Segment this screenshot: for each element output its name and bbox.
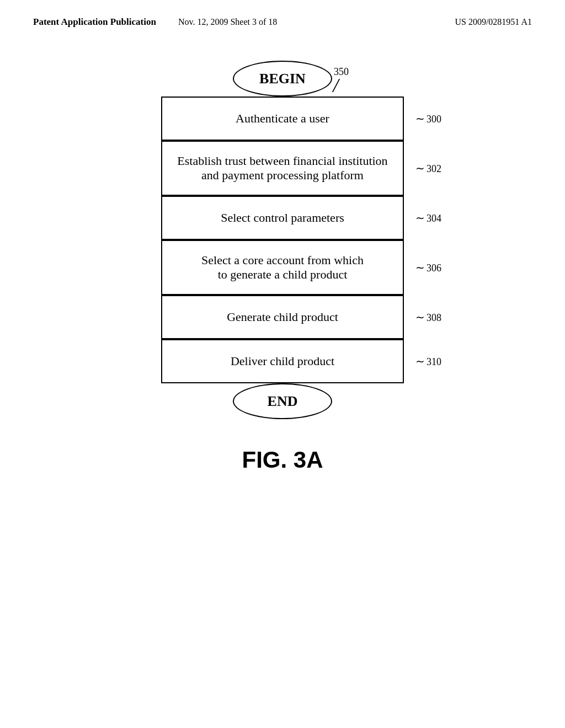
step-306-text: Select a core account from which to gene… — [201, 253, 364, 282]
ref-304: ∼304 — [415, 211, 441, 224]
ref-306: ∼306 — [415, 261, 441, 274]
ref-308: ∼308 — [415, 311, 441, 324]
ref-300: ∼300 — [415, 112, 441, 125]
ref-310: ∼310 — [415, 355, 441, 368]
patent-number-label: US 2009/0281951 A1 — [455, 17, 532, 27]
figure-label: FIG. 3A — [0, 447, 565, 473]
diagram-container: 350 / BEGIN Authenticate a user ∼300 Est… — [0, 61, 565, 419]
begin-node: BEGIN — [233, 61, 332, 97]
step-300-text: Authenticate a user — [236, 111, 329, 126]
ref-350-slash: / — [333, 78, 338, 94]
step-308-text: Generate child product — [227, 310, 338, 324]
step-300-box: Authenticate a user ∼300 — [161, 97, 404, 141]
step-310-box: Deliver child product ∼310 — [161, 339, 404, 383]
begin-label: BEGIN — [259, 71, 306, 87]
ref-302: ∼302 — [415, 162, 441, 175]
diagram-wrapper: 350 / BEGIN Authenticate a user ∼300 Est… — [161, 61, 404, 419]
step-304-box: Select control parameters ∼304 — [161, 196, 404, 240]
step-302-box: Establish trust between financial instit… — [161, 141, 404, 196]
date-sheet-label: Nov. 12, 2009 Sheet 3 of 18 — [178, 17, 277, 27]
step-308-box: Generate child product ∼308 — [161, 295, 404, 339]
page-header: Patent Application Publication Nov. 12, … — [0, 0, 565, 28]
end-node: END — [233, 383, 332, 419]
publication-label: Patent Application Publication — [33, 17, 156, 28]
end-label: END — [268, 393, 298, 410]
step-304-text: Select control parameters — [221, 211, 344, 225]
step-310-text: Deliver child product — [231, 354, 334, 368]
step-306-box: Select a core account from which to gene… — [161, 240, 404, 295]
step-302-text: Establish trust between financial instit… — [177, 154, 387, 183]
